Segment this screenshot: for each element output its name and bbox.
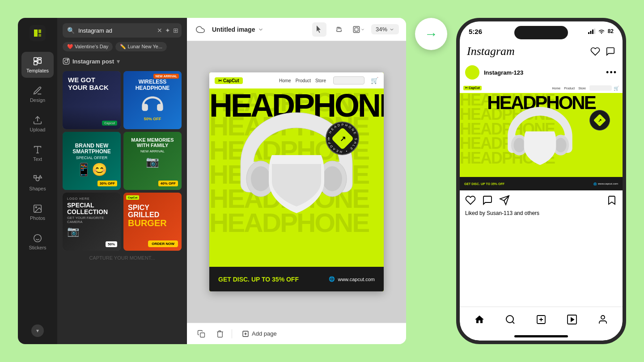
- cloud-save-icon[interactable]: [194, 23, 207, 36]
- tag-label: ✏️ Lunar New Ye...: [120, 44, 162, 49]
- canvas-content[interactable]: ✂CapCut HomeProductStore 🛒 HEADPHONE HEA…: [187, 41, 406, 323]
- template-card-1[interactable]: WE GOT YOUR BACK Capcut: [63, 71, 121, 129]
- svg-point-13: [34, 235, 42, 242]
- svg-marker-10: [39, 176, 42, 178]
- card6-capcut-badge: CapCut: [126, 195, 139, 200]
- nav-add-btn[interactable]: [535, 313, 547, 326]
- svg-point-12: [35, 206, 37, 208]
- mini-ad-bottom: GET DISC. UP TO 35% OFF 🌐 www.capcut.com: [460, 177, 623, 190]
- zoom-control[interactable]: 34%: [371, 24, 399, 34]
- sidebar-item-upload[interactable]: Upload: [21, 111, 54, 137]
- card3-text: BRAND NEWSMARTPHONESPECIAL OFFER: [72, 143, 110, 161]
- home-indicator-bar: [514, 335, 568, 337]
- instagram-icon: [63, 58, 70, 65]
- ad-discount-text: GET DISC. UP TO 35% OFF: [218, 276, 299, 283]
- document-title[interactable]: Untitled image: [212, 26, 264, 33]
- share-btn[interactable]: [499, 195, 510, 206]
- nav-search-btn[interactable]: [504, 313, 517, 326]
- delete-page-btn[interactable]: [213, 327, 227, 341]
- nav-profile-btn[interactable]: [597, 313, 609, 326]
- svg-rect-31: [590, 31, 591, 34]
- sidebar-more-btn[interactable]: ▾: [31, 324, 44, 337]
- bookmark-btn[interactable]: [606, 195, 617, 206]
- select-tool-btn[interactable]: [312, 22, 326, 37]
- svg-rect-4: [34, 62, 37, 65]
- more-templates-hint: CAPTURE YOUR MOMENT...: [63, 255, 182, 262]
- sidebar-item-shapes[interactable]: Shapes: [21, 170, 54, 196]
- card3-emoji: 📱😊: [76, 162, 107, 177]
- add-page-btn[interactable]: Add page: [237, 328, 282, 340]
- phone-notch: [514, 26, 568, 39]
- canvas-area: Untitled image: [187, 18, 406, 344]
- svg-point-40: [506, 316, 513, 323]
- instagram-header-icons: [590, 46, 615, 56]
- tag-lunar[interactable]: ✏️ Lunar New Ye...: [115, 42, 167, 51]
- mini-headphone-ad: ✂ CapCut HomeProductStore 🛒 HEADPHONE HE…: [460, 83, 623, 190]
- template-card-3[interactable]: BRAND NEWSMARTPHONESPECIAL OFFER 📱😊 30% …: [63, 132, 121, 190]
- sidebar-item-design[interactable]: Design: [21, 81, 54, 107]
- battery-percentage: 82: [608, 28, 614, 34]
- card5-text: SPECIALCOLLECTION: [67, 202, 116, 216]
- template-grid: WE GOT YOUR BACK Capcut NEW ARRIVAL WIRE…: [63, 71, 182, 251]
- card2-discount: 50% OFF: [144, 117, 161, 121]
- card1-text: WE GOT YOUR BACK: [68, 76, 115, 91]
- mini-nav-links: HomeProductStore: [552, 87, 586, 90]
- post-actions: [460, 190, 623, 210]
- arrow-circle: →: [415, 18, 447, 50]
- mini-cart-icon: 🛒: [614, 86, 619, 91]
- pan-tool-btn[interactable]: [332, 22, 346, 37]
- mini-headphone: [499, 101, 584, 177]
- app-logo[interactable]: [30, 25, 46, 41]
- sidebar-item-photos-label: Photos: [30, 215, 45, 221]
- phone-screen: 5:26 82: [460, 21, 623, 341]
- template-card-6[interactable]: CapCut SPICYGRILLEDBurger ORDER NOW: [123, 193, 182, 251]
- templates-panel: 🔍 ✕ ✦ ⊞ ❤️ Valentine's Day ✏️ Lunar New …: [57, 18, 187, 344]
- tag-valentines[interactable]: ❤️ Valentine's Day: [63, 42, 113, 51]
- card5-logo-text: LOGO HERE: [67, 197, 116, 200]
- canvas-bottom-bar: Add page: [187, 323, 406, 344]
- signal-icon: [588, 29, 595, 34]
- ad-url: 🌐 www.capcut.com: [329, 276, 375, 282]
- tag-label: ❤️ Valentine's Day: [67, 44, 108, 49]
- sidebar-item-stickers[interactable]: Stickers: [21, 229, 54, 255]
- nav-reels-btn[interactable]: [566, 313, 578, 326]
- canvas-toolbar: Untitled image: [187, 18, 406, 41]
- card3-badge: 30% OFF: [97, 181, 117, 186]
- svg-point-22: [251, 166, 271, 191]
- svg-rect-33: [594, 29, 595, 34]
- copy-page-btn[interactable]: [194, 327, 208, 341]
- nav-home-btn[interactable]: [473, 313, 486, 326]
- svg-marker-46: [571, 318, 574, 321]
- post-more-btn[interactable]: •••: [606, 68, 617, 77]
- search-bar: 🔍 ✕ ✦ ⊞: [63, 23, 182, 38]
- card2-text: WIRELESSHEADPHONE: [136, 79, 170, 91]
- instagram-logo: Instagram: [467, 45, 590, 58]
- mini-badge: ↗: [589, 110, 610, 130]
- sidebar-item-text[interactable]: Text: [21, 140, 54, 166]
- canvas-image: ✂CapCut HomeProductStore 🛒 HEADPHONE HEA…: [209, 72, 384, 291]
- chevron-down-icon: [258, 26, 264, 33]
- magic-icon[interactable]: ✦: [165, 27, 170, 34]
- sidebar-item-templates[interactable]: Templates: [21, 52, 54, 78]
- clear-icon[interactable]: ✕: [157, 27, 162, 34]
- template-card-2[interactable]: NEW ARRIVAL WIRELESSHEADPHONE 50% OFF: [123, 71, 182, 129]
- post-avatar: [465, 65, 479, 80]
- ad-nav-bar: ✂CapCut HomeProductStore 🛒: [209, 72, 384, 88]
- search-input[interactable]: [78, 27, 153, 34]
- sidebar-item-photos[interactable]: Photos: [21, 199, 54, 225]
- filter-icon[interactable]: ⊞: [173, 27, 178, 34]
- message-icon[interactable]: [606, 46, 615, 56]
- heart-icon[interactable]: [590, 46, 600, 56]
- phone-nav-bar: [460, 307, 623, 332]
- card2-new-badge: NEW ARRIVAL: [153, 74, 179, 79]
- card2-headphone-icon: [139, 94, 166, 114]
- comment-btn[interactable]: [482, 195, 493, 206]
- template-card-4[interactable]: MAKE MEMORIESWITH FAMILYNEW ARRIVAL 📷 40…: [123, 132, 182, 190]
- category-header[interactable]: Instagram post ▾: [63, 56, 182, 67]
- sidebar-item-shapes-label: Shapes: [29, 186, 46, 191]
- phone-status-icons: 82: [588, 28, 614, 34]
- like-btn[interactable]: [465, 195, 476, 206]
- frame-tool-btn[interactable]: [352, 22, 366, 37]
- template-card-5[interactable]: LOGO HERE SPECIALCOLLECTION GET YOUR FAV…: [63, 193, 121, 251]
- sidebar-item-templates-label: Templates: [26, 68, 49, 73]
